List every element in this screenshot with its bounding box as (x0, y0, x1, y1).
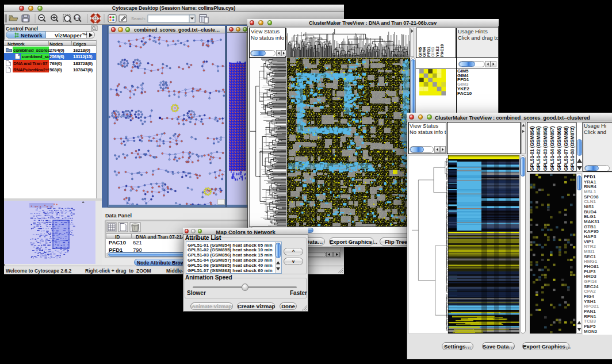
svg-text:GIM4: GIM4 (422, 47, 426, 57)
svg-text:1:1: 1:1 (75, 16, 80, 20)
svg-text:GPL51-04 (GSM857): GPL51-04 (GSM857) (549, 126, 555, 171)
svg-text:GPL51-02 (GSM855): GPL51-02 (GSM855) (536, 126, 541, 171)
svg-text:GPL51-01 (GSM854): GPL51-01 (GSM854) (529, 126, 535, 171)
svg-text:GPL51-06 (GSM865): GPL51-06 (GSM865) (556, 126, 562, 171)
svg-text:PFD1: PFD1 (427, 47, 431, 57)
svg-text:Search:: Search: (131, 16, 146, 21)
svg-text:PAC10: PAC10 (440, 44, 444, 57)
svg-text:GPL51-08 (GSM872): GPL51-08 (GSM872) (569, 126, 575, 171)
svg-text:YKE2: YKE2 (435, 47, 439, 57)
svg-text:GPL51-03 (GSM856): GPL51-03 (GSM856) (542, 126, 548, 171)
svg-text:GIM3: GIM3 (431, 47, 435, 57)
svg-text:GIM5: GIM5 (418, 47, 422, 57)
svg-text:GPL51-07 (GSM868): GPL51-07 (GSM868) (563, 126, 569, 171)
